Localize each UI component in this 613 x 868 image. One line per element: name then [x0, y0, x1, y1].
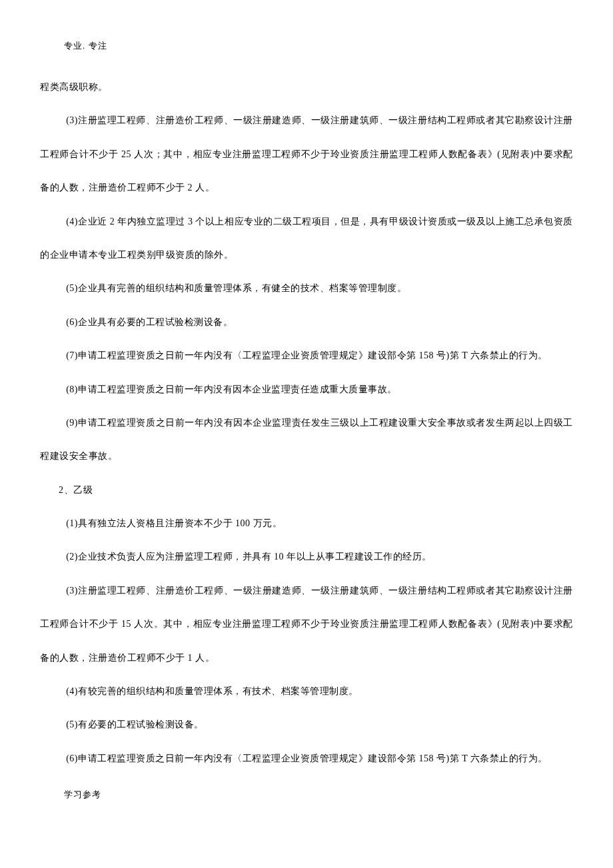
body-paragraph: 程类高级职称。: [40, 71, 573, 104]
section-heading: 2、乙级: [40, 474, 573, 507]
body-paragraph: (1)具有独立法人资格且注册资本不少于 100 万元。: [40, 507, 573, 540]
body-paragraph: (8)申请工程监理资质之日前一年内没有因本企业监理责任造成重大质量事故。: [40, 373, 573, 406]
body-paragraph: (3)注册监理工程师、注册造价工程师、一级注册建造师、一级注册建筑师、一级注册结…: [40, 574, 573, 675]
page-header: 专业. 专注: [64, 40, 573, 52]
document-page: 专业. 专注 程类高级职称。 (3)注册监理工程师、注册造价工程师、一级注册建造…: [0, 0, 613, 827]
page-footer: 学习参考: [64, 789, 573, 801]
body-paragraph: (5)有必要的工程试验检测设备。: [40, 708, 573, 741]
body-paragraph: (6)申请工程监理资质之日前一年内没有〈工程监理企业资质管理规定》建设部令第 1…: [40, 742, 573, 775]
body-paragraph: (2)企业技术负责人应为注册监理工程师，并具有 10 年以上从事工程建设工作的经…: [40, 540, 573, 574]
body-paragraph: (7)申请工程监理资质之日前一年内没有〈工程监理企业资质管理规定》建设部令第 1…: [40, 339, 573, 372]
body-paragraph: (4)企业近 2 年内独立监理过 3 个以上相应专业的二级工程项目，但是，具有甲…: [40, 205, 573, 272]
body-paragraph: (4)有较完善的组织结构和质量管理体系，有技术、档案等管理制度。: [40, 675, 573, 708]
body-paragraph: (6)企业具有必要的工程试验检测设备。: [40, 306, 573, 339]
body-paragraph: (9)申请工程监理资质之日前一年内没有因本企业监理责任发生三级以上工程建设重大安…: [40, 406, 573, 474]
body-paragraph: (3)注册监理工程师、注册造价工程师、一级注册建造师、一级注册建筑师、一级注册结…: [40, 104, 573, 205]
body-paragraph: (5)企业具有完善的组织结构和质量管理体系，有健全的技术、档案等管理制度。: [40, 272, 573, 305]
